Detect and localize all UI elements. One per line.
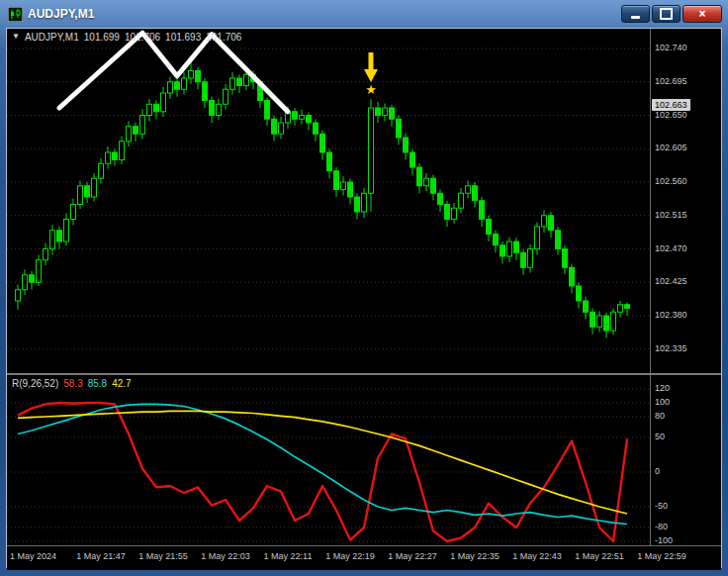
window-title: AUDJPY,M1	[28, 7, 94, 21]
time-axis-label: 1 May 22:59	[637, 551, 686, 561]
price-axis: 102.740102.695102.650102.605102.560102.5…	[650, 29, 721, 373]
candle-body	[570, 267, 575, 286]
oscillator-axis-label: -100	[655, 535, 673, 545]
candle-body	[120, 142, 125, 160]
candle-body	[196, 71, 201, 82]
high-value: 101.706	[125, 32, 160, 43]
time-axis-label: 1 May 22:03	[201, 551, 250, 561]
candle-body	[521, 252, 526, 267]
oscillator-value-yellow: 42.7	[112, 378, 131, 389]
candle-body	[348, 182, 353, 197]
candle-body	[417, 167, 422, 186]
price-axis-label: 102.740	[655, 43, 687, 52]
candle-body	[452, 208, 457, 219]
minimize-button[interactable]	[621, 5, 650, 23]
candle-body	[355, 197, 360, 212]
candle-body	[16, 290, 21, 301]
symbol-label: AUDJPY,M1	[25, 32, 79, 43]
oscillator-axis-label: -80	[655, 522, 668, 531]
candle-body	[71, 205, 76, 220]
maximize-icon	[660, 8, 673, 20]
candle-body	[404, 138, 409, 152]
candle-body	[92, 178, 97, 197]
candle-body	[390, 108, 395, 119]
candle-body	[424, 178, 429, 186]
candle-body	[175, 82, 180, 90]
candle-body	[85, 186, 90, 197]
window-titlebar[interactable]: AUDJPY,M1 ×	[8, 3, 722, 25]
collapse-arrow-icon[interactable]: ▼	[12, 32, 20, 43]
candle-body	[584, 301, 589, 312]
candle-body	[362, 193, 367, 212]
candle-body	[106, 152, 111, 163]
candle-body	[383, 108, 388, 116]
metatrader-window: AUDJPY,M1 × ★ 102.740102.695102.650102.6…	[0, 0, 728, 576]
candle-body	[369, 108, 374, 193]
axis-separator	[650, 29, 651, 545]
candle-body	[140, 116, 145, 135]
candle-body	[168, 82, 173, 93]
candlesticks	[16, 62, 630, 338]
candle-body	[334, 171, 339, 190]
candle-body	[410, 152, 415, 167]
price-axis-label: 102.605	[655, 143, 687, 152]
candle-body	[549, 216, 554, 231]
candle-body	[556, 231, 561, 249]
candle-body	[64, 220, 69, 242]
time-axis: 1 May 20241 May 21:471 May 21:551 May 22…	[7, 545, 721, 570]
candle-body	[78, 186, 83, 205]
candle-body	[113, 152, 118, 160]
candle-body	[487, 220, 492, 235]
price-axis-label: 102.380	[655, 310, 687, 320]
oscillator-axis-label: 0	[655, 466, 660, 476]
candle-body	[473, 186, 478, 201]
candle-body	[494, 235, 499, 245]
time-axis-label: 1 May 22:51	[575, 551, 624, 561]
oscillator-axis-label: 100	[655, 397, 670, 407]
candle-body	[542, 216, 547, 227]
open-value: 101.699	[84, 32, 120, 43]
pane-divider[interactable]	[7, 373, 721, 375]
candle-body	[154, 104, 159, 112]
candle-body	[30, 275, 35, 283]
chart-symbol-ohlc: ▼ AUDJPY,M1 101.699 101.706 101.693 101.…	[12, 32, 241, 43]
time-axis-label: 1 May 22:19	[325, 551, 375, 561]
maximize-button[interactable]	[652, 5, 681, 23]
time-axis-label: 1 May 21:47	[76, 551, 126, 561]
candle-body	[528, 249, 533, 268]
candle-body	[500, 245, 505, 256]
oscillator-pane[interactable]	[7, 375, 650, 545]
candle-body	[604, 316, 609, 331]
oscillator-value-cyan: 85.8	[88, 378, 107, 389]
oscillator-label: R(9,26,52) 58.3 85.8 42.7	[12, 378, 132, 389]
candle-body	[625, 305, 630, 309]
down-arrow-icon	[369, 52, 374, 70]
candle-body	[397, 119, 402, 138]
app-icon	[8, 7, 23, 22]
candle-body	[50, 231, 55, 249]
time-axis-label: 1 May 22:35	[450, 551, 500, 561]
price-axis-label: 102.470	[655, 243, 687, 253]
oscillator-axis-label: 80	[655, 411, 665, 421]
low-value: 101.693	[165, 32, 201, 43]
price-axis-label: 102.335	[655, 343, 687, 353]
candle-body	[217, 104, 222, 115]
candle-body	[210, 101, 215, 116]
oscillator-axis: 12010080500-50-80-100	[650, 375, 721, 545]
main-chart-pane[interactable]: ★	[7, 29, 650, 373]
candle-body	[376, 108, 381, 116]
candle-body	[244, 74, 249, 85]
candle-body	[577, 286, 582, 301]
time-axis-label: 1 May 2024	[10, 551, 56, 561]
window-controls: ×	[621, 5, 722, 23]
close-button[interactable]: ×	[682, 5, 722, 23]
candle-body	[535, 227, 540, 249]
candle-body	[23, 275, 28, 290]
candle-body	[279, 123, 284, 134]
candle-body	[134, 127, 138, 135]
candle-body	[320, 134, 325, 152]
price-axis-label: 102.515	[655, 210, 687, 220]
candle-body	[327, 152, 332, 171]
candle-body	[203, 82, 208, 101]
candle-body	[99, 163, 104, 178]
